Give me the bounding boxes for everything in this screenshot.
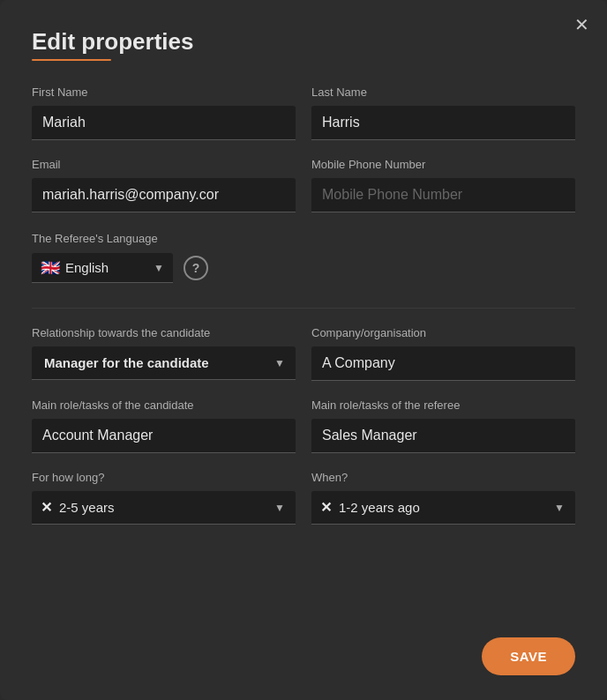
save-button[interactable]: SAVE xyxy=(482,637,575,675)
when-select[interactable]: 1-2 years ago 0-1 years ago 2-5 years ag… xyxy=(339,491,547,524)
company-label: Company/organisation xyxy=(311,326,575,339)
how-long-wrapper: ✕ 2-5 years 0-1 years 1-2 years 5+ years… xyxy=(32,491,296,525)
candidate-role-label: Main role/tasks of the candidate xyxy=(32,398,296,412)
roles-row: Main role/tasks of the candidate Main ro… xyxy=(32,398,575,453)
relationship-label: Relationship towards the candidate xyxy=(32,326,296,339)
relationship-group: Relationship towards the candidate Manag… xyxy=(32,326,296,381)
name-row: First Name Last Name xyxy=(32,86,575,140)
language-row: 🇬🇧 English French German ▼ ? xyxy=(32,253,575,283)
email-label: Email xyxy=(32,158,296,171)
language-select[interactable]: English French German xyxy=(32,253,173,283)
modal-title: Edit properties xyxy=(32,28,575,56)
how-long-label: For how long? xyxy=(32,471,296,484)
close-button[interactable]: ✕ xyxy=(574,16,589,34)
last-name-label: Last Name xyxy=(311,86,575,99)
language-select-wrapper: 🇬🇧 English French German ▼ xyxy=(32,253,173,283)
when-group: When? ✕ 1-2 years ago 0-1 years ago 2-5 … xyxy=(311,471,575,525)
referee-role-label: Main role/tasks of the referee xyxy=(311,398,575,412)
relationship-row: Relationship towards the candidate Manag… xyxy=(32,326,575,381)
help-button[interactable]: ? xyxy=(184,256,208,280)
email-group: Email xyxy=(32,158,296,212)
language-section: The Referee's Language 🇬🇧 English French… xyxy=(32,230,575,283)
referee-role-input[interactable] xyxy=(311,419,575,453)
mobile-input[interactable] xyxy=(311,178,575,212)
last-name-group: Last Name xyxy=(311,86,575,140)
how-long-arrow-icon: ▼ xyxy=(274,502,285,514)
company-group: Company/organisation xyxy=(311,326,575,381)
when-clear-icon[interactable]: ✕ xyxy=(320,499,332,516)
email-input[interactable] xyxy=(32,178,296,212)
contact-row: Email Mobile Phone Number xyxy=(32,158,575,212)
when-wrapper: ✕ 1-2 years ago 0-1 years ago 2-5 years … xyxy=(311,491,575,525)
first-name-input[interactable] xyxy=(32,106,296,140)
edit-properties-modal: ✕ Edit properties First Name Last Name E… xyxy=(0,0,607,700)
how-long-select[interactable]: 2-5 years 0-1 years 1-2 years 5+ years xyxy=(59,491,267,524)
last-name-input[interactable] xyxy=(311,106,575,140)
mobile-group: Mobile Phone Number xyxy=(311,158,575,212)
relationship-select[interactable]: Manager for the candidate Colleague Supe… xyxy=(32,346,296,380)
relationship-dropdown-wrapper: Manager for the candidate Colleague Supe… xyxy=(32,346,296,380)
how-long-group: For how long? ✕ 2-5 years 0-1 years 1-2 … xyxy=(32,471,296,525)
mobile-label: Mobile Phone Number xyxy=(311,158,575,171)
how-long-clear-icon[interactable]: ✕ xyxy=(41,499,52,516)
when-arrow-icon: ▼ xyxy=(554,502,565,514)
when-label: When? xyxy=(311,471,575,484)
time-row: For how long? ✕ 2-5 years 0-1 years 1-2 … xyxy=(32,471,575,525)
title-underline xyxy=(32,59,111,61)
first-name-label: First Name xyxy=(32,86,296,99)
candidate-role-group: Main role/tasks of the candidate xyxy=(32,398,296,453)
first-name-group: First Name xyxy=(32,86,296,140)
candidate-role-input[interactable] xyxy=(32,419,296,453)
section-divider xyxy=(32,308,575,309)
language-label: The Referee's Language xyxy=(32,232,158,245)
company-input[interactable] xyxy=(311,346,575,381)
referee-role-group: Main role/tasks of the referee xyxy=(311,398,575,453)
